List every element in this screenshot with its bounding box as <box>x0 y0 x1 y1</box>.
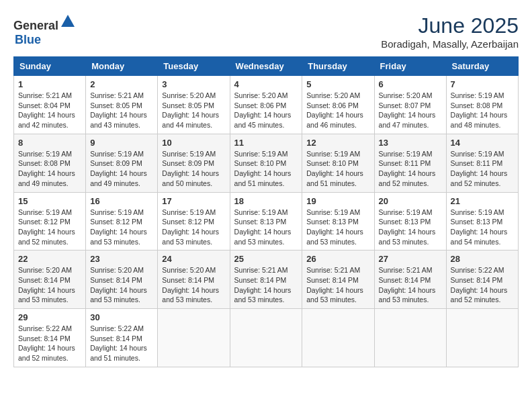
sunrise-label: Sunrise: 5:20 AM <box>18 266 72 274</box>
calendar-cell: 17 Sunrise: 5:19 AM Sunset: 8:12 PM Dayl… <box>158 192 230 250</box>
day-number: 26 <box>306 254 369 264</box>
calendar-cell: 1 Sunrise: 5:21 AM Sunset: 8:04 PM Dayli… <box>14 76 86 134</box>
daylight-label: Daylight: 14 hours and 52 minutes. <box>451 169 508 187</box>
sunset-label: Sunset: 8:06 PM <box>234 101 287 109</box>
sunrise-label: Sunrise: 5:21 AM <box>18 91 72 99</box>
sunrise-label: Sunrise: 5:22 AM <box>18 324 72 332</box>
day-number: 5 <box>306 79 369 89</box>
sunset-label: Sunset: 8:14 PM <box>18 276 71 284</box>
day-info: Sunrise: 5:22 AM Sunset: 8:14 PM Dayligh… <box>18 324 81 363</box>
day-info: Sunrise: 5:22 AM Sunset: 8:14 PM Dayligh… <box>90 324 153 363</box>
day-info: Sunrise: 5:19 AM Sunset: 8:13 PM Dayligh… <box>379 208 442 247</box>
day-info: Sunrise: 5:21 AM Sunset: 8:14 PM Dayligh… <box>379 265 442 305</box>
day-header-monday: Monday <box>86 57 158 76</box>
sunset-label: Sunset: 8:14 PM <box>162 276 214 284</box>
sunset-label: Sunset: 8:14 PM <box>18 334 71 342</box>
day-number: 6 <box>379 79 442 89</box>
sunrise-label: Sunrise: 5:19 AM <box>451 208 504 216</box>
day-number: 18 <box>234 196 298 206</box>
sunrise-label: Sunrise: 5:19 AM <box>379 150 433 158</box>
day-info: Sunrise: 5:19 AM Sunset: 8:13 PM Dayligh… <box>451 208 514 247</box>
sunrise-label: Sunrise: 5:20 AM <box>306 91 360 99</box>
sunrise-label: Sunrise: 5:20 AM <box>162 266 216 274</box>
calendar-cell: 18 Sunrise: 5:19 AM Sunset: 8:13 PM Dayl… <box>230 192 302 250</box>
sunset-label: Sunset: 8:05 PM <box>90 101 142 109</box>
day-number: 19 <box>306 196 369 206</box>
day-info: Sunrise: 5:20 AM Sunset: 8:05 PM Dayligh… <box>162 91 225 130</box>
day-number: 16 <box>90 196 153 206</box>
day-info: Sunrise: 5:19 AM Sunset: 8:13 PM Dayligh… <box>234 208 298 247</box>
sunrise-label: Sunrise: 5:21 AM <box>306 266 360 274</box>
daylight-label: Daylight: 14 hours and 52 minutes. <box>451 286 508 304</box>
day-header-wednesday: Wednesday <box>230 57 302 76</box>
daylight-label: Daylight: 14 hours and 53 minutes. <box>18 286 75 304</box>
daylight-label: Daylight: 14 hours and 51 minutes. <box>234 169 292 187</box>
day-number: 20 <box>379 196 442 206</box>
sunset-label: Sunset: 8:04 PM <box>18 101 71 109</box>
day-number: 25 <box>234 254 298 264</box>
daylight-label: Daylight: 14 hours and 51 minutes. <box>90 344 147 362</box>
sunset-label: Sunset: 8:12 PM <box>90 218 142 226</box>
day-info: Sunrise: 5:20 AM Sunset: 8:06 PM Dayligh… <box>306 91 369 130</box>
sunrise-label: Sunrise: 5:19 AM <box>234 208 288 216</box>
daylight-label: Daylight: 14 hours and 53 minutes. <box>162 286 219 304</box>
sunset-label: Sunset: 8:08 PM <box>18 159 71 167</box>
calendar-cell: 14 Sunrise: 5:19 AM Sunset: 8:11 PM Dayl… <box>446 134 518 192</box>
daylight-label: Daylight: 14 hours and 53 minutes. <box>306 286 363 304</box>
month-title: June 2025 <box>381 13 519 38</box>
sunrise-label: Sunrise: 5:20 AM <box>379 91 433 99</box>
sunrise-label: Sunrise: 5:19 AM <box>18 208 72 216</box>
sunset-label: Sunset: 8:06 PM <box>306 101 359 109</box>
day-number: 4 <box>234 79 298 89</box>
day-info: Sunrise: 5:22 AM Sunset: 8:14 PM Dayligh… <box>451 265 514 305</box>
sunset-label: Sunset: 8:11 PM <box>379 159 431 167</box>
daylight-label: Daylight: 14 hours and 47 minutes. <box>379 111 436 129</box>
daylight-label: Daylight: 14 hours and 53 minutes. <box>90 286 147 304</box>
day-info: Sunrise: 5:21 AM Sunset: 8:14 PM Dayligh… <box>306 265 369 305</box>
sunrise-label: Sunrise: 5:19 AM <box>234 150 288 158</box>
calendar-cell: 25 Sunrise: 5:21 AM Sunset: 8:14 PM Dayl… <box>230 250 302 309</box>
daylight-label: Daylight: 14 hours and 53 minutes. <box>379 286 436 304</box>
calendar-cell: 12 Sunrise: 5:19 AM Sunset: 8:10 PM Dayl… <box>302 134 374 192</box>
day-number: 8 <box>18 138 81 148</box>
day-number: 23 <box>90 254 153 264</box>
sunrise-label: Sunrise: 5:19 AM <box>451 150 504 158</box>
daylight-label: Daylight: 14 hours and 50 minutes. <box>162 169 219 187</box>
calendar-cell: 3 Sunrise: 5:20 AM Sunset: 8:05 PM Dayli… <box>158 76 230 134</box>
daylight-label: Daylight: 14 hours and 52 minutes. <box>18 228 75 246</box>
day-header-tuesday: Tuesday <box>158 57 230 76</box>
sunset-label: Sunset: 8:09 PM <box>162 159 214 167</box>
svg-marker-0 <box>61 15 75 27</box>
week-row-3: 15 Sunrise: 5:19 AM Sunset: 8:12 PM Dayl… <box>14 192 519 250</box>
sunset-label: Sunset: 8:14 PM <box>451 276 503 284</box>
day-info: Sunrise: 5:20 AM Sunset: 8:06 PM Dayligh… <box>234 91 298 130</box>
day-number: 13 <box>379 138 442 148</box>
daylight-label: Daylight: 14 hours and 48 minutes. <box>451 111 508 129</box>
daylight-label: Daylight: 14 hours and 54 minutes. <box>451 228 508 246</box>
day-info: Sunrise: 5:19 AM Sunset: 8:09 PM Dayligh… <box>162 149 225 189</box>
calendar-cell: 6 Sunrise: 5:20 AM Sunset: 8:07 PM Dayli… <box>374 76 446 134</box>
day-info: Sunrise: 5:19 AM Sunset: 8:11 PM Dayligh… <box>451 149 514 189</box>
sunset-label: Sunset: 8:13 PM <box>379 218 431 226</box>
header-row: SundayMondayTuesdayWednesdayThursdayFrid… <box>14 57 519 76</box>
day-info: Sunrise: 5:20 AM Sunset: 8:14 PM Dayligh… <box>18 265 81 305</box>
daylight-label: Daylight: 14 hours and 49 minutes. <box>18 169 75 187</box>
day-info: Sunrise: 5:19 AM Sunset: 8:09 PM Dayligh… <box>90 149 153 189</box>
calendar-cell: 5 Sunrise: 5:20 AM Sunset: 8:06 PM Dayli… <box>302 76 374 134</box>
day-info: Sunrise: 5:19 AM Sunset: 8:13 PM Dayligh… <box>306 208 369 247</box>
sunset-label: Sunset: 8:07 PM <box>379 101 431 109</box>
day-number: 3 <box>162 79 225 89</box>
day-number: 7 <box>451 79 514 89</box>
sunrise-label: Sunrise: 5:19 AM <box>90 150 144 158</box>
day-header-thursday: Thursday <box>302 57 374 76</box>
daylight-label: Daylight: 14 hours and 52 minutes. <box>379 169 436 187</box>
sunrise-label: Sunrise: 5:20 AM <box>162 91 216 99</box>
calendar-cell: 24 Sunrise: 5:20 AM Sunset: 8:14 PM Dayl… <box>158 250 230 309</box>
day-info: Sunrise: 5:19 AM Sunset: 8:12 PM Dayligh… <box>162 208 225 247</box>
day-number: 24 <box>162 254 225 264</box>
daylight-label: Daylight: 14 hours and 49 minutes. <box>90 169 147 187</box>
calendar-cell: 16 Sunrise: 5:19 AM Sunset: 8:12 PM Dayl… <box>86 192 158 250</box>
sunrise-label: Sunrise: 5:19 AM <box>306 150 360 158</box>
day-number: 27 <box>379 254 442 264</box>
sunset-label: Sunset: 8:13 PM <box>451 218 503 226</box>
